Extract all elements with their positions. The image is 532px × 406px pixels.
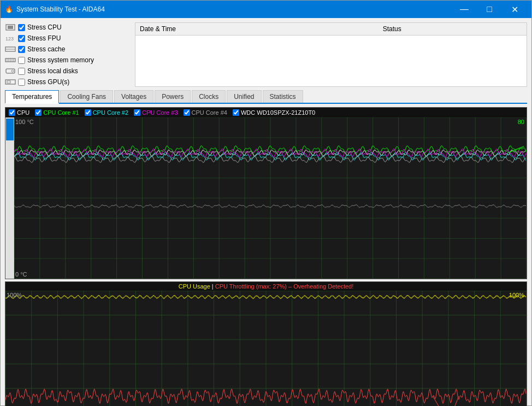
stress-options-panel: Stress CPU 123 Stress FPU Stress ca [5,22,131,87]
stress-cache-label: Stress cache [27,45,65,53]
temperature-chart: CPU CPU Core #1 CPU Core #2 CPU Core #3 [5,107,527,279]
tab-powers[interactable]: Powers [155,90,191,103]
window-title: System Stability Test - AIDA64 [16,5,105,13]
tabs-section: Temperatures Cooling Fans Voltages Power… [5,90,527,104]
chart2-title: CPU Usage | CPU Throttling (max: 27%) – … [5,282,527,291]
chart1-scrollbar[interactable] [5,117,14,279]
stress-gpu-checkbox[interactable] [18,79,25,86]
stress-option-gpu: Stress GPU(s) [5,77,131,87]
status-table: Date & Time Status [135,22,527,87]
chart1-area: 100 °C 0 °C 80 [5,117,527,279]
legend-core4: CPU Core #4 [184,109,227,116]
title-bar-controls: — □ ✕ [452,1,527,18]
legend-core1-checkbox[interactable] [35,109,42,116]
legend-wdc-label: WDC WD10SPZX-21Z10T0 [241,109,315,116]
disk-icon [5,67,16,75]
svg-rect-14 [7,81,10,83]
gpu-icon [5,78,16,86]
stress-option-memory: Stress system memory [5,55,131,65]
svg-rect-1 [8,26,13,29]
legend-core2-label: CPU Core #2 [93,109,128,116]
tab-voltages[interactable]: Voltages [114,90,153,103]
chart1-y-bottom: 0 °C [15,271,27,278]
tab-statistics[interactable]: Statistics [263,90,303,103]
maximize-button[interactable]: □ [477,1,502,18]
stress-cache-checkbox[interactable] [18,46,25,53]
main-content: Stress CPU 123 Stress FPU Stress ca [1,18,531,406]
stress-memory-label: Stress system memory [27,56,94,64]
legend-wdc-checkbox[interactable] [233,109,239,116]
stress-memory-checkbox[interactable] [18,57,25,64]
stress-option-fpu: 123 Stress FPU [5,33,131,43]
tab-clocks[interactable]: Clocks [192,90,226,103]
close-window-button[interactable]: ✕ [502,1,527,18]
status-col-status: Status [379,23,527,36]
chart2-throttle-label: CPU Throttling (max: 27%) – Overheating … [215,283,354,290]
minimize-button[interactable]: — [452,1,477,18]
legend-core4-label: CPU Core #4 [192,109,227,116]
stress-cpu-checkbox[interactable] [18,24,25,31]
stress-disks-checkbox[interactable] [18,68,25,75]
app-icon: 🔥 [5,5,13,13]
svg-text:123: 123 [5,36,14,42]
legend-core3: CPU Core #3 [134,109,178,116]
legend-cpu-checkbox[interactable] [9,109,15,116]
legend-cpu-label: CPU [17,109,29,116]
stress-disks-label: Stress local disks [27,67,78,75]
chart2-usage-label: CPU Usage [179,283,210,290]
legend-core1-label: CPU Core #1 [43,109,79,116]
stress-option-disks: Stress local disks [5,66,131,76]
memory-icon [5,56,16,64]
main-window: 🔥 System Stability Test - AIDA64 — □ ✕ S… [0,0,532,406]
stress-fpu-checkbox[interactable] [18,35,25,42]
stress-gpu-label: Stress GPU(s) [27,78,69,86]
chart1-y-top: 100 °C [15,119,34,125]
cpu-icon [5,23,16,31]
stress-option-cache: Stress cache [5,44,131,54]
legend-core3-label: CPU Core #3 [142,109,178,116]
title-bar: 🔥 System Stability Test - AIDA64 — □ ✕ [1,1,531,18]
legend-cpu: CPU [9,109,29,116]
status-col-datetime: Date & Time [135,23,379,36]
cpu-usage-chart: CPU Usage | CPU Throttling (max: 27%) – … [5,281,527,406]
scrollbar-thumb[interactable] [6,119,14,140]
svg-point-12 [11,70,14,72]
stress-option-cpu: Stress CPU [5,22,131,32]
legend-wdc: WDC WD10SPZX-21Z10T0 [233,109,315,116]
tab-temperatures[interactable]: Temperatures [5,90,59,104]
stress-fpu-label: Stress FPU [27,34,61,42]
legend-core3-checkbox[interactable] [134,109,140,116]
charts-section: CPU CPU Core #1 CPU Core #2 CPU Core #3 [5,107,527,406]
tab-cooling-fans[interactable]: Cooling Fans [60,90,113,103]
legend-core1: CPU Core #1 [35,109,79,116]
tab-bar: Temperatures Cooling Fans Voltages Power… [5,90,527,104]
fpu-icon: 123 [5,34,16,42]
legend-core2-checkbox[interactable] [85,109,91,116]
chart1-canvas [14,117,527,279]
legend-core2: CPU Core #2 [85,109,128,116]
chart2-y-right-top: 100% [509,292,524,298]
top-section: Stress CPU 123 Stress FPU Stress ca [5,22,527,87]
tab-unified[interactable]: Unified [227,90,261,103]
cache-icon [5,45,16,53]
chart1-y-right: 80 [518,119,524,125]
title-bar-left: 🔥 System Stability Test - AIDA64 [5,5,105,13]
legend-core4-checkbox[interactable] [184,109,190,116]
chart2-canvas [5,291,527,406]
chart2-y-top: 100% [7,292,22,298]
chart1-legend: CPU CPU Core #1 CPU Core #2 CPU Core #3 [5,108,527,117]
stress-cpu-label: Stress CPU [27,23,62,31]
